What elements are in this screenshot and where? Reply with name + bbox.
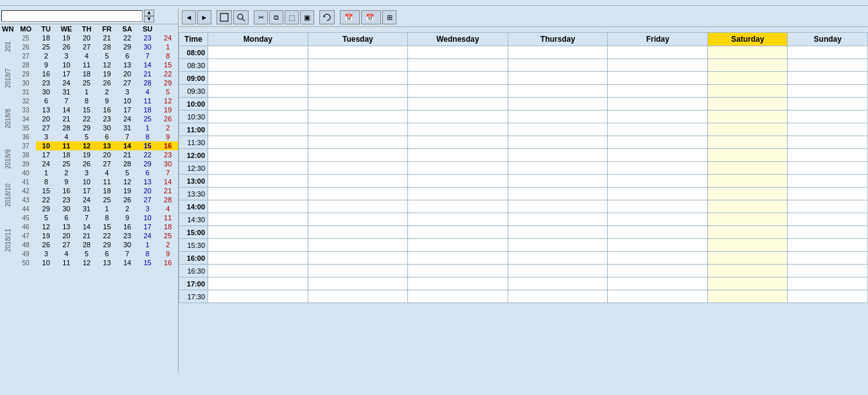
cal-day-cell[interactable] <box>788 200 868 213</box>
cal-day-cell[interactable] <box>408 149 508 162</box>
mini-cal-day[interactable]: 25 <box>76 78 97 87</box>
mini-cal-day[interactable]: 20 <box>137 186 158 195</box>
cal-day-cell[interactable] <box>308 226 408 239</box>
cal-day-cell[interactable] <box>707 149 787 162</box>
mini-cal-day[interactable]: 21 <box>56 114 76 123</box>
cal-day-cell[interactable] <box>308 162 408 175</box>
cal-day-cell[interactable] <box>707 136 787 149</box>
cal-day-cell[interactable] <box>308 136 408 149</box>
mini-cal-week-row[interactable]: 2018/8326789101112 <box>0 96 178 105</box>
mini-cal-day[interactable]: 14 <box>117 141 137 150</box>
mini-cal-day[interactable]: 12 <box>76 258 97 267</box>
mini-cal-day[interactable]: 15 <box>97 222 118 231</box>
mini-cal-day[interactable]: 12 <box>76 141 97 150</box>
mini-cal-day[interactable]: 5 <box>117 168 137 177</box>
cal-day-cell[interactable] <box>707 265 787 277</box>
mini-cal-day[interactable]: 17 <box>56 69 76 78</box>
cal-day-cell[interactable] <box>608 98 708 110</box>
cal-day-cell[interactable] <box>788 98 868 110</box>
mini-cal-day[interactable]: 29 <box>117 42 137 51</box>
mini-cal-day[interactable]: 7 <box>76 213 97 222</box>
cal-day-cell[interactable] <box>508 265 608 277</box>
cal-day-cell[interactable] <box>707 98 787 110</box>
cal-day-cell[interactable] <box>608 136 708 149</box>
cal-day-cell[interactable] <box>408 239 508 252</box>
cal-day-cell[interactable] <box>707 59 787 72</box>
cal-day-cell[interactable] <box>308 239 408 252</box>
date-input[interactable] <box>1 10 143 22</box>
cal-day-cell[interactable] <box>308 149 408 162</box>
mini-cal-day[interactable]: 6 <box>117 51 137 60</box>
cal-day-cell[interactable] <box>208 123 308 136</box>
mini-cal-week-row[interactable]: 3023242526272829 <box>0 78 178 87</box>
cal-day-cell[interactable] <box>308 110 408 123</box>
mini-cal-day[interactable]: 5 <box>76 249 97 258</box>
cal-day-cell[interactable] <box>408 277 508 290</box>
mini-cal-day[interactable]: 28 <box>76 240 97 249</box>
mini-cal-day[interactable]: 11 <box>157 213 178 222</box>
mini-cal-day[interactable]: 19 <box>97 69 118 78</box>
mini-cal-day[interactable]: 9 <box>157 132 178 141</box>
mini-cal-day[interactable]: 30 <box>137 42 158 51</box>
mini-cal-day[interactable]: 16 <box>157 258 178 267</box>
mini-cal-day[interactable]: 6 <box>137 168 158 177</box>
mini-cal-day[interactable]: 4 <box>76 51 97 60</box>
mini-cal-day[interactable]: 8 <box>97 213 118 222</box>
mini-cal-day[interactable]: 4 <box>56 132 76 141</box>
mini-cal-day[interactable]: 28 <box>56 123 76 132</box>
mini-cal-day[interactable]: 16 <box>56 186 76 195</box>
mini-cal-day[interactable]: 9 <box>36 60 57 69</box>
mini-cal-day[interactable]: 21 <box>76 231 97 240</box>
mini-cal-day[interactable]: 24 <box>137 231 158 240</box>
cal-day-cell[interactable] <box>707 110 787 123</box>
mini-cal-day[interactable]: 2 <box>56 168 76 177</box>
cal-day-cell[interactable] <box>508 59 608 72</box>
cal-day-cell[interactable] <box>408 265 508 277</box>
mini-cal-day[interactable]: 14 <box>76 222 97 231</box>
cal-day-cell[interactable] <box>707 252 787 265</box>
cal-day-cell[interactable] <box>608 72 708 85</box>
cal-day-cell[interactable] <box>608 252 708 265</box>
cal-day-cell[interactable] <box>508 277 608 290</box>
cal-day-cell[interactable] <box>408 46 508 59</box>
cal-day-cell[interactable] <box>788 252 868 265</box>
cal-day-cell[interactable] <box>508 123 608 136</box>
mini-cal-day[interactable]: 23 <box>117 231 137 240</box>
mini-cal-day[interactable]: 23 <box>56 195 76 204</box>
mini-cal-day[interactable]: 11 <box>56 258 76 267</box>
cal-day-cell[interactable] <box>208 98 308 110</box>
cal-day-cell[interactable] <box>788 85 868 98</box>
cal-day-cell[interactable] <box>208 46 308 59</box>
mini-cal-day[interactable]: 14 <box>157 177 178 186</box>
mini-cal-day[interactable]: 27 <box>56 240 76 249</box>
mini-cal-week-row[interactable]: 5010111213141516 <box>0 258 178 267</box>
mini-cal-day[interactable]: 18 <box>137 105 158 114</box>
date-scroll-down[interactable]: ▼ <box>144 16 154 22</box>
cal-day-cell[interactable] <box>608 59 708 72</box>
mini-cal-day[interactable]: 30 <box>56 204 76 213</box>
mini-cal-day[interactable]: 26 <box>97 78 118 87</box>
mini-cal-week-row[interactable]: 35272829303112 <box>0 123 178 132</box>
mini-cal-week-row[interactable]: 48262728293012 <box>0 240 178 249</box>
cal-day-cell[interactable] <box>788 136 868 149</box>
mini-cal-day[interactable]: 22 <box>137 150 158 159</box>
cal-day-cell[interactable] <box>788 72 868 85</box>
mini-cal-day[interactable]: 17 <box>117 105 137 114</box>
mini-cal-day[interactable]: 8 <box>137 132 158 141</box>
mini-cal-day[interactable]: 20 <box>117 69 137 78</box>
cal-day-cell[interactable] <box>208 277 308 290</box>
mini-cal-day[interactable]: 23 <box>97 114 118 123</box>
mini-cal-day[interactable]: 31 <box>56 87 76 96</box>
mini-cal-day[interactable]: 16 <box>97 105 118 114</box>
mini-cal-day[interactable]: 3 <box>36 132 57 141</box>
mini-cal-day[interactable]: 6 <box>36 96 57 105</box>
cal-day-cell[interactable] <box>208 85 308 98</box>
mini-cal-day[interactable]: 25 <box>137 114 158 123</box>
cal-day-cell[interactable] <box>508 175 608 188</box>
mini-cal-day[interactable]: 6 <box>56 213 76 222</box>
cal-day-cell[interactable] <box>208 239 308 252</box>
cal-day-cell[interactable] <box>707 46 787 59</box>
mini-cal-day[interactable]: 30 <box>117 240 137 249</box>
mini-cal-day[interactable]: 13 <box>137 177 158 186</box>
cal-day-cell[interactable] <box>408 252 508 265</box>
